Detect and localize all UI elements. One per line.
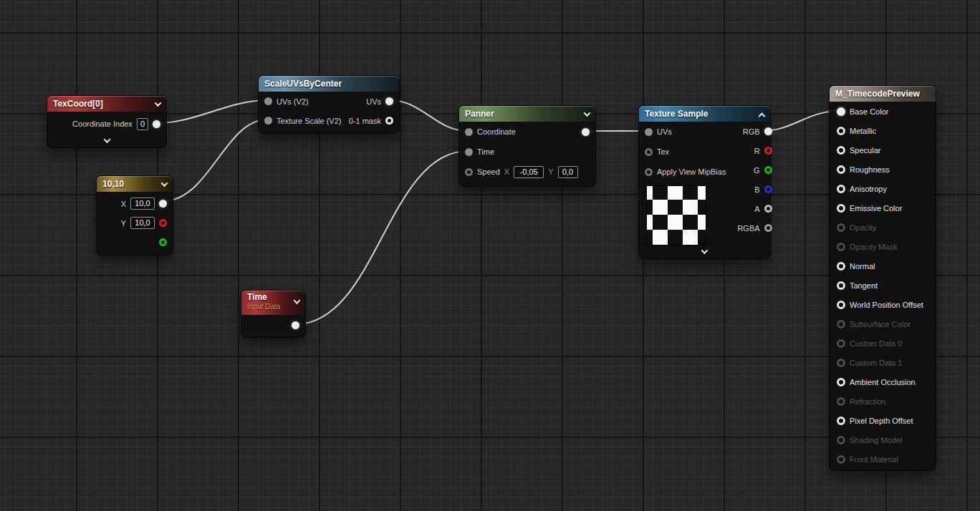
chevron-down-icon[interactable] — [584, 110, 591, 117]
node-texture-sample[interactable]: Texture Sample UVs Tex Apply View MipBia… — [638, 105, 771, 259]
texture-sample-output-row: G — [731, 160, 777, 180]
pin-time-output[interactable] — [292, 321, 299, 329]
material-pin-row: Front Material — [831, 449, 936, 469]
pin-material-custom-data-0[interactable] — [837, 339, 845, 348]
chevron-down-icon[interactable] — [294, 297, 301, 304]
material-pin-row: Shading Model — [831, 430, 936, 449]
material-pin-row: Base Color — [831, 102, 936, 121]
pin-material-ambient-occlusion[interactable] — [837, 378, 845, 386]
pin-material-world-position-offset[interactable] — [837, 301, 845, 309]
material-pin-row: Ambient Occlusion — [831, 372, 936, 391]
time-output-row — [241, 315, 305, 335]
y-field[interactable]: 10,0 — [130, 217, 155, 229]
mipbias-input-row: Apply View MipBias — [639, 162, 731, 182]
texture-preview-checkerboard — [646, 185, 706, 245]
mask-output-label: 0-1 mask — [349, 117, 381, 125]
material-pin-row: Subsurface Color — [831, 314, 936, 334]
node-title: M_TimecodePreview — [835, 89, 930, 99]
chevron-down-icon[interactable] — [103, 136, 110, 143]
node-constant2vector[interactable]: 10,10 X 10,0 Y 10,0 — [96, 175, 173, 256]
speed-x-field[interactable]: -0,05 — [514, 166, 544, 178]
wire-vector-to-scaleuvs — [163, 120, 267, 201]
pin-ts-mipbias-input[interactable] — [645, 168, 653, 176]
pin-texture-scale-input[interactable] — [264, 117, 272, 125]
uvs-row: UVs (V2) UVs — [259, 92, 399, 111]
material-pin-row: Custom Data 0 — [831, 334, 936, 353]
pin-ts-rgba-output[interactable] — [764, 224, 772, 232]
pin-material-opacity-mask[interactable] — [837, 243, 845, 251]
y-row: Y 10,0 — [97, 213, 173, 233]
ts-mipbias-label: Apply View MipBias — [657, 167, 726, 176]
wire-scaleuvs-to-panner — [390, 100, 468, 131]
pin-vector-r-output[interactable] — [159, 219, 167, 227]
pin-uvs-output[interactable] — [385, 97, 393, 105]
pin-material-subsurface-color[interactable] — [837, 320, 845, 328]
node-constant2vector-header[interactable]: 10,10 — [97, 176, 173, 192]
g-row — [97, 233, 173, 252]
pin-material-anisotropy[interactable] — [837, 185, 845, 193]
pin-ts-b-output[interactable] — [764, 185, 772, 193]
pin-time-input[interactable] — [465, 148, 473, 156]
chevron-down-icon[interactable] — [701, 247, 708, 254]
pin-ts-uvs-input[interactable] — [645, 128, 653, 136]
material-pin-row: Normal — [831, 256, 936, 276]
pin-material-custom-data-1[interactable] — [837, 359, 845, 367]
material-pin-row: Metallic — [831, 121, 936, 140]
pin-material-metallic[interactable] — [837, 127, 845, 135]
x-field[interactable]: 10,0 — [130, 198, 155, 210]
chevron-down-icon[interactable] — [155, 99, 162, 107]
node-time[interactable]: Time Input Data — [241, 290, 306, 338]
pin-material-refraction[interactable] — [837, 397, 845, 406]
pin-vector-g-output[interactable] — [159, 238, 167, 246]
pin-material-pixel-depth-offset[interactable] — [837, 417, 845, 425]
node-material-header[interactable]: M_TimecodePreview — [830, 86, 936, 102]
speed-x-label: X — [504, 167, 509, 176]
node-texcoord-header[interactable]: TexCoord[0] — [47, 96, 166, 112]
node-panner[interactable]: Panner Coordinate Time Speed X -0,05 Y 0… — [458, 105, 596, 187]
coordinate-label: Coordinate — [477, 127, 516, 136]
node-scale-uvs-by-center[interactable]: ScaleUVsByCenter UVs (V2) UVs Texture Sc… — [258, 75, 400, 134]
pin-material-roughness[interactable] — [837, 165, 845, 174]
pin-ts-a-output[interactable] — [764, 205, 772, 213]
ts-output-label-g: G — [754, 166, 760, 175]
pin-ts-r-output[interactable] — [764, 147, 772, 155]
pin-material-shading-model[interactable] — [837, 436, 845, 444]
node-graph-canvas[interactable]: TexCoord[0] Coordinate Index 0 10,10 X 1… — [0, 0, 980, 511]
chevron-up-icon[interactable] — [759, 112, 766, 120]
texture-scale-row: Texture Scale (V2) 0-1 mask — [259, 111, 399, 130]
speed-y-field[interactable]: 0,0 — [558, 166, 578, 178]
pin-ts-g-output[interactable] — [764, 166, 772, 174]
node-scaleuvs-header[interactable]: ScaleUVsByCenter — [259, 76, 399, 92]
pin-material-emissive-color[interactable] — [837, 204, 845, 213]
coordinate-index-field[interactable]: 0 — [137, 118, 148, 130]
chevron-down-icon[interactable] — [161, 180, 168, 187]
texture-sample-output-row: RGB — [731, 122, 777, 141]
pin-ts-tex-input[interactable] — [645, 148, 653, 156]
time-row: Time — [459, 142, 595, 162]
pin-material-normal[interactable] — [837, 262, 845, 271]
pin-material-front-material[interactable] — [837, 455, 845, 464]
pin-uvs-v2-input[interactable] — [264, 97, 272, 105]
pin-vector-output[interactable] — [159, 200, 167, 208]
material-pin-row: World Position Offset — [831, 295, 936, 314]
x-label: X — [121, 200, 126, 208]
pin-material-base-color[interactable] — [837, 107, 845, 116]
coordinate-index-row: Coordinate Index 0 — [47, 112, 166, 136]
node-texture-sample-header[interactable]: Texture Sample — [639, 106, 770, 122]
material-pin-row: Custom Data 1 — [831, 353, 936, 372]
pin-coordinate-input[interactable] — [465, 128, 473, 136]
node-subtitle: Input Data — [247, 302, 290, 312]
pin-material-specular[interactable] — [837, 146, 845, 155]
node-panner-header[interactable]: Panner — [459, 106, 595, 122]
pin-speed-input[interactable] — [465, 168, 473, 176]
pin-material-tangent[interactable] — [837, 281, 845, 290]
texture-sample-output-row: B — [731, 180, 777, 199]
pin-ts-rgb-output[interactable] — [764, 127, 772, 135]
pin-material-opacity[interactable] — [837, 223, 845, 232]
node-material-result[interactable]: M_TimecodePreview Base Color Metallic Sp… — [829, 85, 936, 471]
pin-panner-output[interactable] — [582, 128, 590, 136]
pin-mask-output[interactable] — [385, 117, 393, 125]
pin-texcoord-output[interactable] — [153, 120, 160, 128]
node-time-header[interactable]: Time Input Data — [241, 291, 305, 315]
node-texcoord[interactable]: TexCoord[0] Coordinate Index 0 — [47, 95, 167, 148]
